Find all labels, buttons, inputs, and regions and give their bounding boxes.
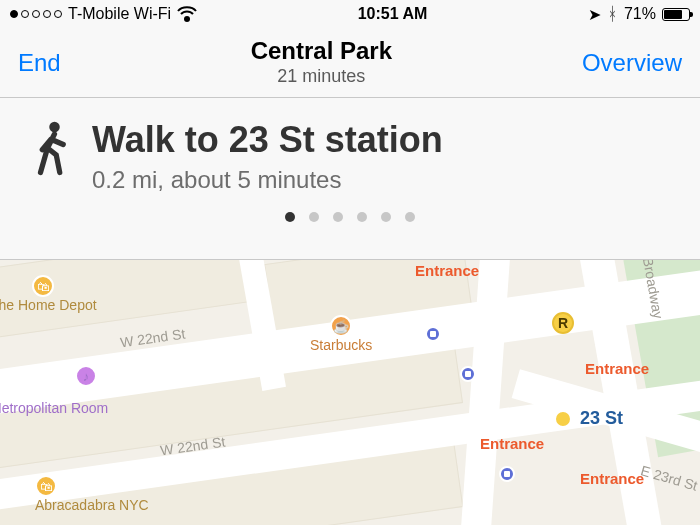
status-time: 10:51 AM: [358, 5, 428, 23]
nav-header: End Central Park 21 minutes Overview: [0, 28, 700, 98]
pager-dot[interactable]: [381, 212, 391, 222]
station-label-23st[interactable]: 23 St: [580, 408, 623, 429]
walking-icon: [30, 120, 72, 180]
transit-entrance[interactable]: Entrance: [415, 262, 479, 279]
pager-dot[interactable]: [309, 212, 319, 222]
location-arrow-icon: ➤: [588, 5, 601, 24]
svg-point-0: [49, 122, 60, 133]
transit-entrance[interactable]: Entrance: [580, 470, 644, 487]
step-detail: 0.2 mi, about 5 minutes: [92, 166, 443, 194]
bus-stop-icon[interactable]: [499, 466, 515, 482]
subway-line-r-icon[interactable]: R: [552, 312, 574, 334]
poi-music-icon[interactable]: ♪: [75, 365, 97, 387]
overview-button[interactable]: Overview: [582, 49, 682, 77]
pager-dot[interactable]: [405, 212, 415, 222]
carrier-label: T-Mobile Wi-Fi: [68, 5, 171, 23]
transit-entrance[interactable]: Entrance: [480, 435, 544, 452]
end-button[interactable]: End: [18, 49, 61, 77]
destination-title: Central Park: [251, 37, 392, 66]
direction-step-card[interactable]: Walk to 23 St station 0.2 mi, about 5 mi…: [0, 98, 700, 260]
coffee-icon: ☕: [330, 315, 352, 337]
transit-entrance[interactable]: Entrance: [585, 360, 649, 377]
status-left: T-Mobile Wi-Fi: [10, 5, 197, 23]
bus-stop-icon[interactable]: [460, 366, 476, 382]
step-instruction: Walk to 23 St station: [92, 120, 443, 160]
pager-dot[interactable]: [357, 212, 367, 222]
battery-pct: 71%: [624, 5, 656, 23]
status-bar: T-Mobile Wi-Fi 10:51 AM ➤ ᚼ 71%: [0, 0, 700, 28]
shopping-bag-icon: 🛍: [32, 275, 54, 297]
step-pager[interactable]: [30, 212, 670, 222]
poi-metropolitan[interactable]: Metropolitan Room: [0, 400, 108, 416]
eta-subtitle: 21 minutes: [251, 66, 392, 88]
pager-dot[interactable]: [333, 212, 343, 222]
battery-icon: [662, 8, 690, 21]
wifi-icon: [177, 7, 197, 22]
header-title-group: Central Park 21 minutes: [251, 37, 392, 87]
bus-stop-icon[interactable]: [425, 326, 441, 342]
poi-home-depot[interactable]: 🛍 The Home Depot: [0, 275, 97, 313]
map-canvas[interactable]: W 22nd St W 22nd St Broadway E 23rd St 🛍…: [0, 260, 700, 525]
bluetooth-icon: ᚼ: [607, 4, 618, 25]
shopping-bag-icon: 🛍: [35, 475, 57, 497]
poi-starbucks[interactable]: ☕ Starbucks: [310, 315, 372, 353]
status-right: ➤ ᚼ 71%: [588, 4, 690, 25]
subway-station-23st-icon[interactable]: [554, 410, 572, 428]
poi-abracadabra[interactable]: 🛍 Abracadabra NYC: [35, 475, 149, 513]
pager-dot[interactable]: [285, 212, 295, 222]
music-note-icon: ♪: [75, 365, 97, 387]
signal-dots-icon: [10, 10, 62, 18]
